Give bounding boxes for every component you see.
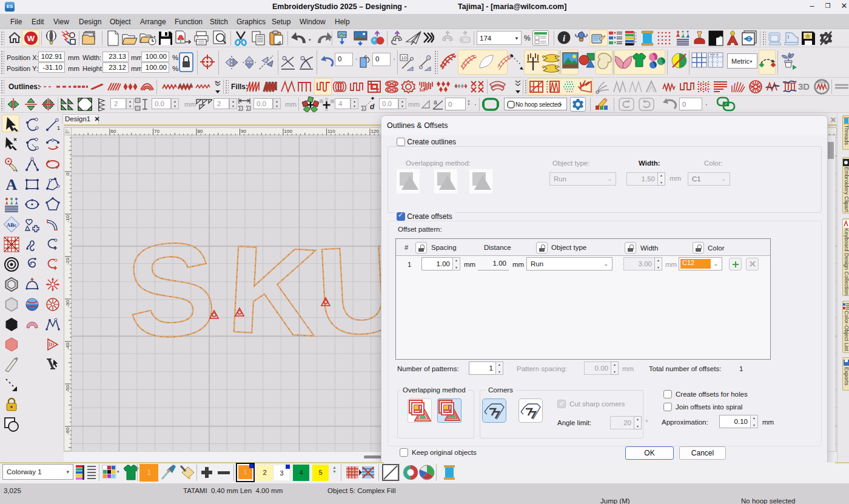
svg-text:-50: -50 bbox=[65, 385, 70, 392]
svg-text:K: K bbox=[224, 218, 321, 361]
svg-text:-20: -20 bbox=[65, 257, 70, 264]
svg-text:100: 100 bbox=[284, 129, 293, 134]
svg-text:60: 60 bbox=[111, 129, 116, 134]
svg-text:S: S bbox=[122, 213, 220, 367]
svg-text:-60: -60 bbox=[65, 427, 70, 434]
svg-text:d: d bbox=[370, 102, 375, 111]
svg-text:-40: -40 bbox=[65, 342, 70, 349]
svg-text:a: a bbox=[434, 99, 437, 106]
svg-text:10: 10 bbox=[401, 55, 407, 61]
svg-text:120: 120 bbox=[371, 129, 380, 134]
svg-text:W: W bbox=[27, 34, 35, 43]
svg-text:-10: -10 bbox=[65, 215, 70, 222]
svg-text:110: 110 bbox=[327, 129, 335, 134]
svg-text:-30: -30 bbox=[65, 300, 70, 307]
svg-text:A: A bbox=[6, 176, 18, 192]
svg-text:90: 90 bbox=[241, 129, 246, 134]
svg-text:ABc: ABc bbox=[7, 222, 17, 228]
svg-text:70: 70 bbox=[154, 129, 159, 134]
svg-text:1: 1 bbox=[57, 125, 60, 131]
svg-text:0: 0 bbox=[65, 172, 70, 175]
svg-text:80: 80 bbox=[198, 129, 203, 134]
